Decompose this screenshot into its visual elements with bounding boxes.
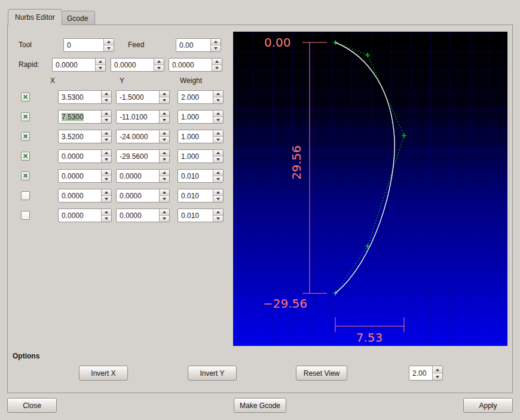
spin-down-button[interactable] (160, 196, 169, 202)
point-weight-value[interactable]: 1.000 (178, 130, 213, 143)
point-weight-spinbox[interactable]: 0.010 (178, 209, 224, 222)
feed-value[interactable]: 0.00 (176, 39, 210, 51)
spin-up-button[interactable] (213, 150, 223, 157)
apply-button[interactable]: Apply (463, 398, 513, 413)
spin-up-button[interactable] (160, 170, 169, 176)
spin-down-button[interactable] (160, 157, 169, 163)
point-x-value[interactable]: 0.0000 (59, 209, 101, 222)
spin-down-button[interactable] (104, 45, 114, 51)
spin-down-button[interactable] (102, 216, 111, 222)
spin-up-button[interactable] (160, 189, 169, 196)
point-x-spinbox[interactable]: 0.0000 (58, 189, 112, 203)
spin-up-button[interactable] (160, 150, 169, 157)
point-weight-spinbox[interactable]: 1.000 (178, 130, 224, 143)
point-weight-value[interactable]: 1.000 (178, 111, 213, 123)
spin-down-button[interactable] (96, 65, 105, 71)
point-weight-spinbox[interactable]: 0.010 (178, 169, 224, 183)
point-y-spinbox[interactable]: 0.0000 (116, 169, 170, 183)
point-enabled-checkbox[interactable] (21, 191, 30, 200)
scale-value[interactable]: 2.00 (409, 366, 432, 380)
point-y-value[interactable]: 0.0000 (117, 189, 159, 202)
spin-down-button[interactable] (213, 97, 223, 103)
spin-up-button[interactable] (96, 59, 105, 65)
tool-value[interactable]: 0 (64, 39, 103, 51)
point-y-value[interactable]: -29.5600 (117, 150, 159, 163)
point-x-value[interactable]: 3.5300 (59, 91, 101, 103)
close-button[interactable]: Close (7, 398, 57, 413)
rapid-z-value[interactable]: 0.0000 (169, 59, 212, 71)
point-y-value[interactable]: -24.0000 (117, 130, 159, 143)
spin-up-button[interactable] (433, 366, 442, 373)
rapid-x-spinbox[interactable]: 0.0000 (52, 58, 106, 72)
spin-up-button[interactable] (102, 189, 111, 196)
point-y-value[interactable]: 0.0000 (117, 209, 159, 222)
nurbs-plot-canvas[interactable]: 0.00 29.56 −29.56 7.53 0.00 (233, 32, 507, 346)
spin-down-button[interactable] (102, 196, 111, 202)
spin-up-button[interactable] (213, 130, 223, 137)
spin-down-button[interactable] (160, 176, 169, 182)
point-weight-spinbox[interactable]: 1.000 (178, 110, 224, 124)
rapid-x-value[interactable]: 0.0000 (53, 59, 95, 71)
point-x-value[interactable]: 0.0000 (59, 189, 101, 202)
point-y-spinbox[interactable]: 0.0000 (116, 209, 170, 222)
spin-down-button[interactable] (102, 97, 111, 103)
spin-up-button[interactable] (212, 59, 222, 65)
spin-down-button[interactable] (160, 97, 169, 103)
spin-up-button[interactable] (213, 170, 223, 176)
spin-up-button[interactable] (102, 91, 111, 97)
spin-up-button[interactable] (213, 91, 223, 97)
spin-down-button[interactable] (160, 137, 169, 143)
tool-spinbox[interactable]: 0 (63, 38, 114, 52)
spin-up-button[interactable] (211, 39, 221, 45)
point-enabled-checkbox[interactable]: ✕ (21, 152, 30, 161)
spin-up-button[interactable] (102, 170, 111, 176)
point-y-spinbox[interactable]: -24.0000 (116, 130, 170, 143)
spin-down-button[interactable] (213, 216, 223, 222)
point-weight-value[interactable]: 0.010 (178, 189, 213, 202)
point-x-spinbox[interactable]: 3.5200 (58, 130, 112, 143)
tab-gcode[interactable]: Gcode (60, 11, 95, 25)
spin-up-button[interactable] (102, 111, 111, 117)
point-weight-spinbox[interactable]: 2.000 (178, 90, 224, 104)
spin-up-button[interactable] (102, 209, 111, 216)
point-x-spinbox[interactable]: 0.0000 (58, 149, 112, 163)
spin-up-button[interactable] (160, 111, 169, 117)
rapid-y-value[interactable]: 0.0000 (111, 59, 154, 71)
rapid-y-spinbox[interactable]: 0.0000 (111, 58, 164, 72)
spin-down-button[interactable] (102, 176, 111, 182)
make-gcode-button[interactable]: Make Gcode (234, 398, 286, 413)
point-x-value[interactable]: 0.0000 (59, 170, 101, 182)
spin-down-button[interactable] (213, 157, 223, 163)
spin-up-button[interactable] (102, 130, 111, 137)
point-weight-spinbox[interactable]: 1.000 (178, 149, 224, 163)
spin-up-button[interactable] (160, 91, 169, 97)
spin-down-button[interactable] (433, 373, 442, 380)
point-x-value[interactable]: 0.0000 (59, 150, 101, 163)
spin-down-button[interactable] (213, 117, 223, 123)
point-enabled-checkbox[interactable] (21, 211, 30, 220)
point-x-spinbox[interactable]: 7.5300 (58, 110, 112, 124)
point-enabled-checkbox[interactable]: ✕ (21, 132, 30, 141)
point-enabled-checkbox[interactable]: ✕ (21, 93, 30, 102)
point-weight-value[interactable]: 0.010 (178, 170, 213, 182)
spin-down-button[interactable] (213, 137, 223, 143)
spin-down-button[interactable] (102, 117, 111, 123)
spin-up-button[interactable] (104, 39, 114, 45)
spin-down-button[interactable] (212, 65, 222, 71)
point-weight-value[interactable]: 2.000 (178, 91, 213, 103)
point-y-value[interactable]: -11.0100 (117, 111, 159, 123)
spin-down-button[interactable] (213, 176, 223, 182)
point-weight-value[interactable]: 1.000 (178, 150, 213, 163)
point-weight-value[interactable]: 0.010 (178, 209, 213, 222)
spin-up-button[interactable] (160, 130, 169, 137)
point-x-value[interactable]: 7.5300 (59, 111, 101, 123)
spin-down-button[interactable] (160, 216, 169, 222)
point-x-spinbox[interactable]: 3.5300 (58, 90, 112, 104)
spin-up-button[interactable] (154, 59, 164, 65)
point-weight-spinbox[interactable]: 0.010 (178, 189, 224, 203)
reset-view-button[interactable]: Reset View (296, 366, 347, 381)
spin-down-button[interactable] (160, 117, 169, 123)
spin-down-button[interactable] (102, 137, 111, 143)
scale-spinbox[interactable]: 2.00 (409, 366, 443, 381)
point-enabled-checkbox[interactable]: ✕ (21, 171, 30, 180)
